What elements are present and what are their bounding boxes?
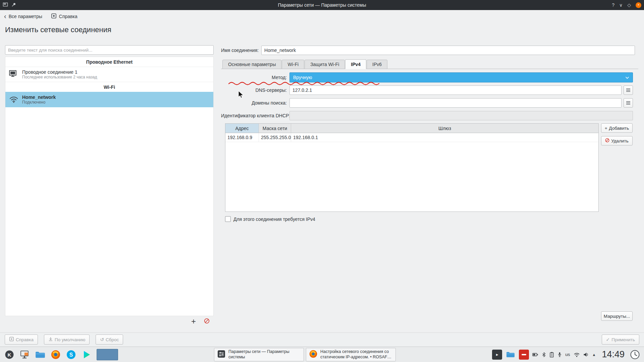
tab-wifi-security[interactable]: Защита Wi-Fi [305, 60, 345, 69]
domains-list-edit-button[interactable] [624, 98, 633, 108]
reset-button[interactable]: ↺ Сброс [96, 335, 123, 345]
connection-item-home-network[interactable]: Home_network Подключено [5, 92, 213, 107]
task-title-line: Параметры сети — Параметры [228, 349, 289, 355]
delete-address-label: Удалить [611, 138, 629, 143]
svg-text:S: S [69, 352, 73, 358]
dns-servers-input[interactable] [289, 85, 622, 95]
remove-connection-button[interactable] [204, 318, 210, 325]
window-title: Параметры сети — Параметры системы [0, 2, 644, 8]
connection-search-input[interactable] [5, 45, 214, 55]
kde-menu-button[interactable]: K [3, 348, 16, 361]
footer-help-button[interactable]: Справка [5, 335, 38, 345]
search-domains-input[interactable] [289, 98, 622, 108]
ethernet-icon [9, 69, 19, 80]
tab-ipv6[interactable]: IPv6 [367, 60, 387, 69]
battery-icon[interactable] [532, 352, 538, 357]
require-ipv4-checkbox[interactable] [225, 216, 231, 222]
firefox-icon [309, 350, 318, 359]
task-title-line: статическим IP-адресом. • ROSAFor... [320, 355, 393, 360]
wifi-icon [9, 95, 19, 105]
connection-name-label: Имя соединения: [221, 48, 259, 53]
bluetooth-icon[interactable] [542, 352, 546, 358]
system-settings-icon [217, 350, 226, 359]
analog-clock-icon[interactable] [630, 350, 640, 360]
address-cell[interactable]: 192.168.0.9 [225, 133, 259, 142]
titlebar: Параметры сети — Параметры системы ? ∨ ◇… [0, 0, 644, 10]
wifi-status-icon[interactable] [574, 352, 580, 357]
volume-icon[interactable] [583, 352, 589, 357]
check-icon: ✓ [606, 337, 610, 342]
tab-general[interactable]: Основные параметры [222, 60, 281, 69]
dialog-button-box: Справка По умолчанию ↺ Сброс ✓ Применить [0, 333, 644, 346]
maximize-window-button[interactable]: ◇ [627, 3, 631, 7]
method-value: Вручную [293, 75, 312, 80]
tray-app-dark-icon[interactable]: ▸ [492, 350, 502, 360]
reset-label: Сброс [106, 337, 119, 342]
task-title-line: системы [228, 355, 289, 360]
pin-icon[interactable] [11, 2, 16, 8]
close-window-button[interactable]: × [636, 2, 641, 8]
method-combobox[interactable]: Вручную [289, 72, 633, 82]
add-connection-button[interactable]: + [191, 317, 196, 325]
window-app-icon [3, 2, 8, 8]
routes-button[interactable]: Маршруты... [601, 311, 633, 321]
editor-tabbar: Основные параметры Wi-Fi Защита Wi-Fi IP… [221, 59, 638, 69]
play-launcher[interactable] [80, 348, 93, 361]
app-toolbar: ‹ Все параметры Справка [0, 10, 644, 22]
gateway-cell[interactable]: 192.168.0.1 [291, 133, 598, 142]
dns-list-edit-button[interactable] [624, 85, 633, 95]
toolbar-help-button[interactable]: Справка [51, 13, 77, 20]
toolbar-help-label: Справка [59, 14, 77, 19]
svg-text:K: K [8, 352, 11, 357]
column-header-netmask[interactable]: Маска сети [259, 124, 291, 133]
clipboard-icon[interactable] [549, 352, 554, 358]
add-address-button[interactable]: + Добавить [601, 123, 633, 133]
microphone-icon[interactable] [557, 352, 562, 358]
defaults-icon [48, 337, 53, 343]
apply-label: Применить [611, 337, 635, 342]
connection-name-input[interactable] [261, 46, 635, 55]
task-title-line: Настройка сетевого соединения со [320, 349, 393, 355]
tab-wifi[interactable]: Wi-Fi [282, 60, 304, 69]
delete-address-button[interactable]: Удалить [601, 136, 633, 145]
back-all-settings-button[interactable]: ‹ Все параметры [4, 13, 42, 19]
connection-subtitle: Подключено [22, 100, 56, 105]
connection-item-wired[interactable]: Проводное соединение 1 Последнее использ… [5, 67, 213, 82]
tray-expand-icon[interactable]: ▲ [592, 353, 596, 357]
undo-icon: ↺ [100, 337, 104, 342]
apply-button[interactable]: ✓ Применить [602, 335, 640, 345]
connection-subtitle: Последнее использование 2 часа назад [22, 75, 97, 79]
show-desktop-launcher[interactable] [18, 348, 32, 361]
keyboard-layout-indicator[interactable]: us [565, 352, 570, 357]
dhcp-client-id-label: Идентификатор клиента DHCP: [221, 113, 289, 118]
column-header-address[interactable]: Адрес [225, 124, 259, 133]
method-label: Метод: [221, 75, 289, 80]
tray-app-red-icon[interactable] [519, 350, 529, 360]
group-header-wifi: Wi-Fi [5, 82, 213, 92]
connections-sidebar: Проводное Ethernet Проводное соединение … [5, 45, 214, 326]
taskbar-window-systemsettings[interactable]: Параметры сети — Параметры системы [214, 348, 304, 361]
file-manager-launcher[interactable] [34, 348, 47, 361]
column-header-gateway[interactable]: Шлюз [291, 124, 598, 133]
firefox-launcher[interactable] [49, 348, 62, 361]
require-ipv4-label: Для этого соединения требуется IPv4 [233, 217, 315, 222]
netmask-cell[interactable]: 255.255.255.0 [259, 133, 291, 142]
defaults-button[interactable]: По умолчанию [44, 335, 90, 345]
connection-editor: Имя соединения: Основные параметры Wi-Fi… [221, 45, 638, 328]
tray-app-folder-icon[interactable] [505, 350, 516, 360]
taskbar-window-firefox[interactable]: Настройка сетевого соединения со статиче… [306, 348, 396, 361]
address-table-row[interactable]: 192.168.0.9 255.255.255.0 192.168.0.1 [225, 133, 598, 142]
help-icon [51, 13, 57, 20]
shade-window-button[interactable]: ∨ [619, 3, 623, 7]
help-window-button[interactable]: ? [612, 3, 614, 7]
digital-clock[interactable]: 14:49 [602, 349, 625, 360]
virtual-desktop-pager[interactable] [97, 349, 118, 360]
tab-ipv4[interactable]: IPv4 [345, 59, 366, 69]
add-address-label: Добавить [609, 126, 629, 131]
skype-launcher[interactable]: S [64, 348, 78, 361]
footer-help-label: Справка [16, 337, 34, 342]
plus-icon: + [605, 126, 607, 131]
defaults-label: По умолчанию [55, 337, 85, 342]
search-domains-label: Домены поиска: [221, 100, 289, 106]
delete-icon [605, 138, 609, 143]
